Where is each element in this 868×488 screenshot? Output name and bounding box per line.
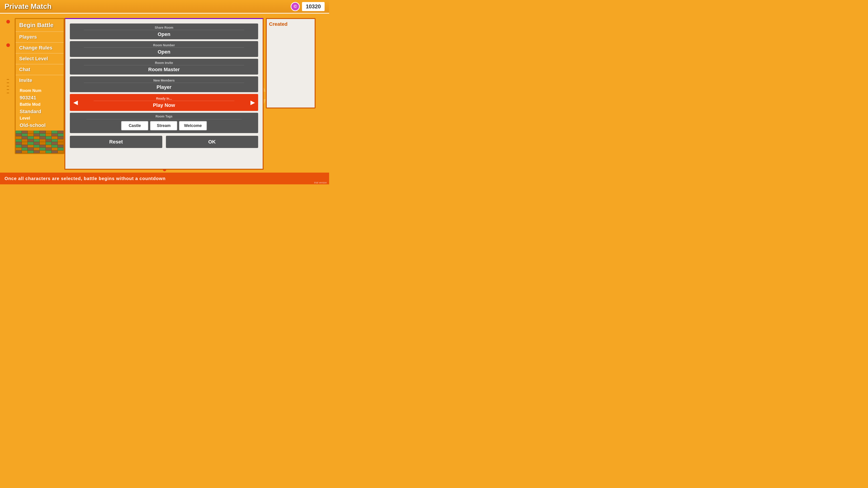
cell (39, 148, 46, 151)
sidebar-header: Begin Battle (16, 19, 64, 31)
cell (39, 136, 46, 139)
cell (58, 133, 64, 136)
tag-stream[interactable]: Stream (150, 121, 177, 130)
sidebar-item-change-rules[interactable]: Change Rules (16, 42, 64, 53)
reset-button[interactable]: Reset (70, 136, 162, 148)
cell (22, 133, 28, 136)
cell (58, 136, 64, 139)
cell (16, 139, 22, 142)
cell (46, 131, 52, 133)
cell (16, 133, 22, 136)
cell (22, 148, 28, 151)
page-title: Private Match (4, 2, 52, 11)
deco-lines (7, 79, 9, 120)
cell (58, 142, 64, 145)
new-members-row[interactable]: New Members Player (70, 76, 258, 92)
cell (52, 136, 58, 139)
cell (28, 133, 34, 136)
cell (28, 139, 34, 142)
cell (46, 145, 52, 148)
bottom-bar: Once all characters are selected, battle… (0, 173, 329, 184)
cell (52, 139, 58, 142)
cell (46, 151, 52, 153)
cell (52, 148, 58, 151)
sidebar-item-invite[interactable]: Invite (16, 75, 64, 86)
cell (52, 151, 58, 153)
room-invite-row[interactable]: Room Invite Room Master (70, 59, 258, 74)
cell (58, 131, 64, 133)
cell (58, 151, 64, 153)
bottom-buttons: Reset OK (70, 136, 258, 148)
cell (34, 131, 40, 133)
cell (52, 131, 58, 133)
cell (16, 142, 22, 145)
cell (46, 136, 52, 139)
cell (34, 136, 40, 139)
play-now-value: Play Now (153, 101, 175, 109)
cell (34, 148, 40, 151)
deco-tick-1 (7, 79, 9, 80)
ready-in-label: Ready In... (94, 95, 235, 101)
cell (34, 133, 40, 136)
cell (22, 136, 28, 139)
sidebar: Begin Battle Players Change Rules Select… (15, 18, 64, 154)
cell (39, 142, 46, 145)
cell (16, 145, 22, 148)
level-grid (16, 131, 64, 153)
header-bar: Private Match © 10320 (0, 0, 329, 13)
cell (28, 145, 34, 148)
cell (16, 131, 22, 133)
tags-buttons: Castle Stream Welcome (72, 121, 255, 130)
deco-tick-3 (7, 86, 9, 87)
room-invite-value: Room Master (148, 65, 180, 74)
cell (39, 145, 46, 148)
room-number-row[interactable]: Room Number Open (70, 41, 258, 57)
cell (52, 142, 58, 145)
new-members-label: New Members (84, 77, 244, 83)
cell (28, 131, 34, 133)
cell (22, 145, 28, 148)
room-tags-row: Room Tags Castle Stream Welcome (70, 113, 258, 133)
cell (52, 133, 58, 136)
share-room-label: Share Room (84, 24, 244, 30)
tag-welcome[interactable]: Welcome (179, 121, 207, 130)
cell (46, 148, 52, 151)
red-dot-1 (6, 20, 10, 24)
right-panel: Created (266, 18, 315, 108)
ok-button[interactable]: OK (166, 136, 258, 148)
cell (39, 139, 46, 142)
cell (34, 151, 40, 153)
cell (28, 148, 34, 151)
level-value: Old-school (18, 122, 62, 129)
coin-icon: © (291, 2, 300, 11)
cell (28, 136, 34, 139)
cell (22, 151, 28, 153)
sidebar-item-players[interactable]: Players (16, 31, 64, 42)
trial-badge: trial version (314, 181, 327, 184)
cell (22, 142, 28, 145)
room-invite-label: Room Invite (84, 60, 244, 65)
room-tags-label: Room Tags (86, 115, 242, 119)
header-right: © 10320 (291, 2, 324, 11)
cell (46, 139, 52, 142)
red-dot-2 (6, 43, 10, 47)
sidebar-item-chat[interactable]: Chat (16, 64, 64, 75)
battle-mode-label: Battle Mod (18, 101, 43, 108)
share-room-row[interactable]: Share Room Open (70, 24, 258, 39)
cell (34, 139, 40, 142)
cell (39, 131, 46, 133)
cell (22, 131, 28, 133)
play-now-row[interactable]: ◀ Ready In... Play Now ▶ (70, 94, 258, 111)
share-room-value: Open (158, 30, 170, 39)
play-now-right-arrow[interactable]: ▶ (247, 94, 258, 111)
deco-tick-2 (7, 83, 9, 83)
cell (16, 151, 22, 153)
bottom-status-text: Once all characters are selected, battle… (4, 176, 166, 181)
cell (58, 145, 64, 148)
tag-castle[interactable]: Castle (121, 121, 148, 130)
sidebar-item-select-level[interactable]: Select Level (16, 53, 64, 64)
coin-amount: 10320 (302, 2, 324, 11)
play-now-left-arrow[interactable]: ◀ (70, 94, 81, 111)
room-num-value: 903241 (18, 94, 62, 101)
cell (28, 151, 34, 153)
